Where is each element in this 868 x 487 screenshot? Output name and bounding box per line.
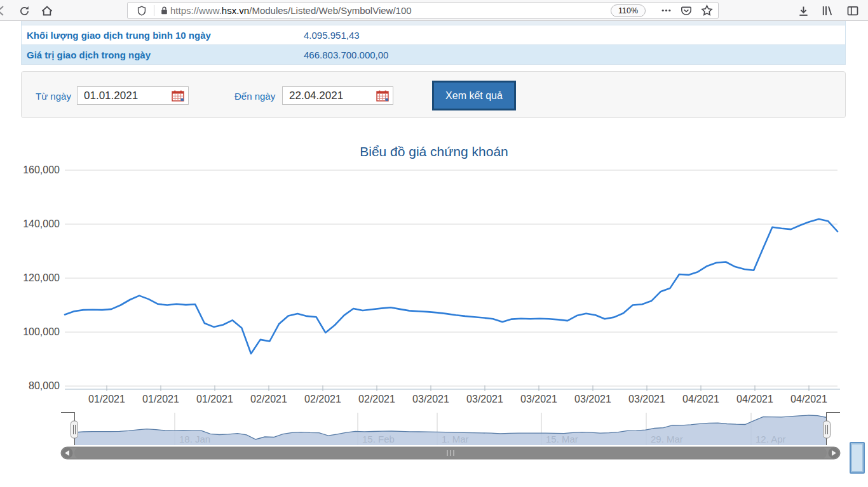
divider: [154, 5, 154, 16]
home-icon[interactable]: [39, 3, 55, 18]
navigator-left-handle[interactable]: [71, 421, 78, 438]
y-axis-label: 120,000: [23, 272, 60, 283]
x-axis-label: 03/2021: [520, 394, 557, 404]
url-bar[interactable]: https://www.hsx.vn/Modules/Listed/Web/Sy…: [127, 2, 719, 19]
pocket-icon[interactable]: [681, 5, 692, 17]
x-axis-label: 01/2021: [88, 394, 125, 404]
y-axis-label: 80,000: [29, 380, 60, 391]
x-axis-label: 04/2021: [736, 394, 773, 404]
navigator-scrollbar[interactable]: [61, 447, 840, 459]
x-axis-label: 02/2021: [304, 394, 341, 404]
url-text: https://www.hsx.vn/Modules/Listed/Web/Sy…: [170, 5, 412, 16]
x-axis-label: 03/2021: [628, 394, 665, 404]
x-axis-label: 01/2021: [142, 394, 179, 404]
back-icon[interactable]: [0, 3, 9, 18]
price-line-series: [65, 219, 837, 354]
browser-toolbar: https://www.hsx.vn/Modules/Listed/Web/Sy…: [0, 0, 868, 21]
x-axis-label: 04/2021: [682, 394, 719, 404]
zoom-level-badge[interactable]: 110%: [611, 4, 646, 17]
x-axis-label: 02/2021: [358, 394, 395, 404]
download-icon[interactable]: [796, 3, 811, 18]
browser-window: https://www.hsx.vn/Modules/Listed/Web/Sy…: [0, 0, 868, 487]
x-axis-label: 03/2021: [574, 394, 611, 404]
reload-icon[interactable]: [17, 3, 32, 18]
shield-icon[interactable]: [134, 3, 149, 18]
y-axis-label: 100,000: [23, 326, 60, 337]
lock-icon[interactable]: [159, 6, 169, 15]
sidebar-icon[interactable]: [845, 3, 860, 18]
library-icon[interactable]: [820, 3, 835, 18]
x-axis-label: 03/2021: [466, 394, 503, 404]
navigator-right-handle[interactable]: [824, 421, 831, 438]
y-axis-label: 160,000: [23, 164, 60, 175]
embedded-widget[interactable]: [850, 442, 865, 474]
x-axis-label: 03/2021: [412, 394, 449, 404]
embedded-widget-inner: [852, 444, 862, 471]
y-axis-label: 140,000: [23, 218, 60, 229]
more-options-icon[interactable]: [661, 5, 672, 16]
price-chart: 160,000140,000120,000100,00080,00001/202…: [0, 0, 868, 487]
x-axis-label: 04/2021: [790, 394, 827, 404]
x-axis-label: 02/2021: [250, 394, 287, 404]
star-icon[interactable]: [701, 4, 713, 17]
x-axis-label: 01/2021: [196, 394, 233, 404]
